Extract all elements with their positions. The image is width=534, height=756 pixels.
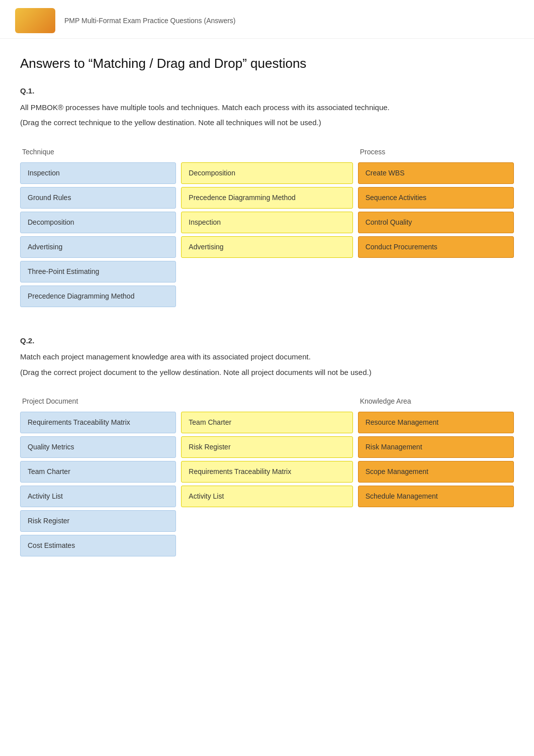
list-item[interactable]: Advertising bbox=[20, 236, 176, 258]
page-title: Answers to “Matching / Drag and Drop” qu… bbox=[20, 54, 514, 73]
q1-middle-col: . Decomposition Precedence Diagramming M… bbox=[176, 144, 358, 310]
list-item[interactable]: Activity List bbox=[20, 486, 176, 507]
list-item[interactable]: Resource Management bbox=[358, 412, 514, 433]
header: PMP Multi-Format Exam Practice Questions… bbox=[0, 0, 534, 39]
list-item[interactable]: Three-Point Estimating bbox=[20, 261, 176, 282]
list-item[interactable]: Scope Management bbox=[358, 461, 514, 483]
q1-dest-col: Process Create WBS Sequence Activities C… bbox=[358, 144, 514, 310]
q2-columns: Project Document Requirements Traceabili… bbox=[20, 393, 514, 559]
list-item[interactable]: Schedule Management bbox=[358, 486, 514, 507]
list-item[interactable]: Control Quality bbox=[358, 212, 514, 233]
q2-middle-col: . Team Charter Risk Register Requirement… bbox=[176, 393, 358, 559]
logo bbox=[15, 8, 55, 33]
main-content: Answers to “Matching / Drag and Drop” qu… bbox=[0, 39, 534, 610]
q1-process-header: Process bbox=[358, 144, 514, 162]
q1-text: All PMBOK® processes have multiple tools… bbox=[20, 102, 514, 114]
q2-note: (Drag the correct project document to th… bbox=[20, 367, 514, 379]
q1-columns: Technique Inspection Ground Rules Decomp… bbox=[20, 144, 514, 310]
list-item[interactable]: Conduct Procurements bbox=[358, 236, 514, 258]
list-item[interactable]: Inspection bbox=[20, 162, 176, 184]
list-item[interactable]: Precedence Diagramming Method bbox=[181, 187, 352, 209]
q2-source-col: Project Document Requirements Traceabili… bbox=[20, 393, 176, 559]
question-2: Q.2. Match each project management knowl… bbox=[20, 335, 514, 560]
q1-source-col: Technique Inspection Ground Rules Decomp… bbox=[20, 144, 176, 310]
list-item[interactable]: Team Charter bbox=[20, 461, 176, 483]
list-item[interactable]: Requirements Traceability Matrix bbox=[20, 412, 176, 433]
list-item[interactable]: Requirements Traceability Matrix bbox=[181, 461, 352, 483]
list-item[interactable]: Risk Register bbox=[20, 510, 176, 532]
list-item[interactable]: Decomposition bbox=[181, 162, 352, 184]
q1-source-header: Technique bbox=[20, 144, 176, 162]
list-item[interactable]: Sequence Activities bbox=[358, 187, 514, 209]
list-item[interactable]: Activity List bbox=[181, 486, 352, 507]
list-item[interactable]: Cost Estimates bbox=[20, 535, 176, 556]
header-title: PMP Multi-Format Exam Practice Questions… bbox=[64, 16, 236, 26]
q2-dest-col: Knowledge Area Resource Management Risk … bbox=[358, 393, 514, 559]
q2-source-header: Project Document bbox=[20, 393, 176, 412]
list-item[interactable]: Precedence Diagramming Method bbox=[20, 286, 176, 307]
q2-label: Q.2. bbox=[20, 335, 514, 347]
list-item[interactable]: Create WBS bbox=[358, 162, 514, 184]
list-item[interactable]: Ground Rules bbox=[20, 187, 176, 209]
list-item[interactable]: Inspection bbox=[181, 212, 352, 233]
list-item[interactable]: Advertising bbox=[181, 236, 352, 258]
list-item[interactable]: Team Charter bbox=[181, 412, 352, 433]
q2-text: Match each project management knowledge … bbox=[20, 351, 514, 363]
q2-process-header: Knowledge Area bbox=[358, 393, 514, 412]
q1-label: Q.1. bbox=[20, 85, 514, 97]
page-wrapper: PMP Multi-Format Exam Practice Questions… bbox=[0, 0, 534, 610]
question-1: Q.1. All PMBOK® processes have multiple … bbox=[20, 85, 514, 310]
list-item[interactable]: Risk Register bbox=[181, 436, 352, 458]
list-item[interactable]: Quality Metrics bbox=[20, 436, 176, 458]
list-item[interactable]: Risk Management bbox=[358, 436, 514, 458]
list-item[interactable]: Decomposition bbox=[20, 212, 176, 233]
q1-note: (Drag the correct technique to the yello… bbox=[20, 117, 514, 129]
